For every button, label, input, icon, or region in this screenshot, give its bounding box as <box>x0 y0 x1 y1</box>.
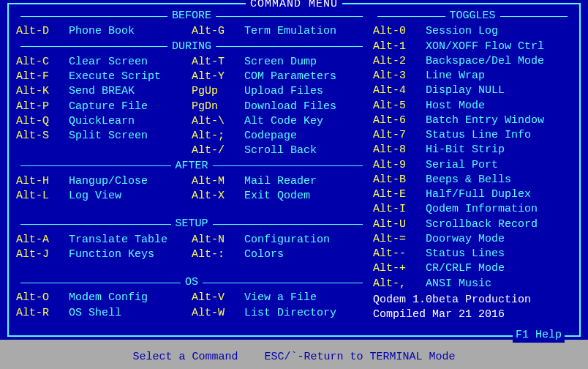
shortcut-key: Alt-G <box>192 24 244 39</box>
shortcut-key: Alt-7 <box>373 128 426 143</box>
shortcut-key: Alt-6 <box>373 113 426 128</box>
shortcut-key: Alt-Q <box>16 114 69 129</box>
menu-row[interactable]: Alt-SSplit ScreenAlt-;Codepage <box>16 129 367 144</box>
shortcut-desc: Hangup/Close <box>69 174 148 189</box>
menu-row[interactable]: Alt-BBeeps & Bells <box>373 173 572 187</box>
shortcut-key: Alt-U <box>373 217 426 232</box>
shortcut-desc: Status Line Info <box>426 128 531 143</box>
shortcut-key: Alt-W <box>192 306 244 321</box>
menu-row[interactable]: Alt-PCapture FilePgDnDownload Files <box>16 100 367 114</box>
shortcut-key: Alt-D <box>16 24 69 39</box>
shortcut-desc: Backspace/Del Mode <box>426 54 544 69</box>
shortcut-key: Alt-X <box>192 189 244 204</box>
shortcut-desc: QuickLearn <box>69 114 135 129</box>
menu-row[interactable]: Alt-EHalf/Full Duplex <box>373 187 572 202</box>
menu-row[interactable]: Alt-DPhone Book Alt-GTerm Emulation <box>16 24 367 39</box>
menu-row[interactable]: Alt-CClear ScreenAlt-TScreen Dump <box>16 55 367 70</box>
shortcut-key: Alt-/ <box>192 144 244 158</box>
shortcut-desc: Mail Reader <box>244 174 317 189</box>
menu-row[interactable]: Alt-QQuickLearnAlt-\Alt Code Key <box>16 114 367 129</box>
menu-row[interactable]: Alt-8Hi-Bit Strip <box>373 143 572 157</box>
menu-row[interactable]: Alt-FExecute ScriptAlt-YCOM Parameters <box>16 70 367 84</box>
shortcut-key: Alt-R <box>16 306 69 321</box>
shortcut-desc: Codepage <box>244 129 297 144</box>
shortcut-key: Alt-O <box>16 291 69 305</box>
shortcut-key: Alt-K <box>16 84 69 99</box>
shortcut-key: Alt-, <box>373 277 426 291</box>
menu-row[interactable]: Alt-OModem ConfigAlt-VView a File <box>16 291 367 305</box>
menu-row[interactable]: Alt-HHangup/CloseAlt-MMail Reader <box>16 174 367 189</box>
shortcut-key <box>16 144 69 158</box>
menu-row[interactable]: Alt-LLog ViewAlt-XExit Qodem <box>16 189 367 204</box>
menu-row[interactable]: Alt--Status Lines <box>373 247 572 261</box>
shortcut-key: Alt-A <box>16 233 69 247</box>
shortcut-key: Alt-V <box>192 291 244 305</box>
shortcut-desc: Scroll Back <box>244 144 317 158</box>
menu-row[interactable]: Alt-6Batch Entry Window <box>373 113 572 128</box>
shortcut-desc: Translate Table <box>69 233 167 247</box>
shortcut-key: Alt-5 <box>373 99 426 113</box>
shortcut-key: Alt-\ <box>192 114 244 129</box>
shortcut-key: Alt-+ <box>373 261 426 276</box>
shortcut-desc: Term Emulation <box>244 24 336 39</box>
shortcut-desc: Scrollback Record <box>426 217 538 232</box>
shortcut-desc: Doorway Mode <box>426 232 505 247</box>
shortcut-key: Alt-N <box>192 233 244 247</box>
menu-row[interactable]: Alt-,ANSI Music <box>373 277 572 291</box>
shortcut-desc: Colors <box>244 247 284 262</box>
shortcut-key: Alt-H <box>16 174 69 189</box>
shortcut-desc: Status Lines <box>426 247 505 261</box>
menu-row[interactable]: Alt-KSend BREAKPgUpUpload Files <box>16 84 367 99</box>
shortcut-desc: Split Screen <box>69 129 148 144</box>
menu-row[interactable]: Alt-0Session Log <box>373 24 572 39</box>
menu-row[interactable]: Alt-3Line Wrap <box>373 69 572 83</box>
menu-row[interactable]: Alt-IQodem Information <box>373 202 572 217</box>
shortcut-key: Alt-8 <box>373 143 426 157</box>
shortcut-desc: Host Mode <box>426 99 485 113</box>
shortcut-key: Alt-C <box>16 55 69 70</box>
shortcut-key: Alt-E <box>373 187 426 202</box>
menu-row[interactable]: Alt-UScrollback Record <box>373 217 572 232</box>
shortcut-key: Alt-T <box>192 55 244 70</box>
compiled-line: Compiled Mar 21 2016 <box>373 308 572 322</box>
status-bar: Select a Command ESC/`-Return to TERMINA… <box>0 340 588 369</box>
menu-row[interactable]: Alt-ROS ShellAlt-WList Directory <box>16 306 367 321</box>
shortcut-desc: CR/CRLF Mode <box>426 261 505 276</box>
shortcut-key: Alt-3 <box>373 69 426 83</box>
terminal-screen: COMMAND MENU BEFORE Alt-DPhone Book Alt-… <box>0 0 588 340</box>
menu-row[interactable]: Alt-+CR/CRLF Mode <box>373 261 572 276</box>
shortcut-key: Alt-F <box>16 70 69 84</box>
shortcut-desc: ANSI Music <box>426 277 491 291</box>
menu-row[interactable]: Alt-1XON/XOFF Flow Ctrl <box>373 40 572 54</box>
menu-row[interactable]: Alt-2Backspace/Del Mode <box>373 54 572 69</box>
shortcut-desc: Line Wrap <box>426 69 485 83</box>
shortcut-key: Alt-M <box>192 174 244 189</box>
command-menu-frame: COMMAND MENU BEFORE Alt-DPhone Book Alt-… <box>7 3 581 337</box>
menu-row[interactable]: Alt-4Display NULL <box>373 83 572 98</box>
shortcut-desc: Screen Dump <box>244 55 317 70</box>
section-os-header: OS <box>16 275 367 290</box>
menu-row[interactable]: Alt-7Status Line Info <box>373 128 572 143</box>
menu-row[interactable]: Alt-5Host Mode <box>373 99 572 113</box>
left-column: BEFORE Alt-DPhone Book Alt-GTerm Emulati… <box>16 9 367 332</box>
menu-row[interactable]: Alt-JFunction KeysAlt-:Colors <box>16 247 367 262</box>
shortcut-desc: Capture File <box>69 100 148 114</box>
shortcut-desc: Configuration <box>244 233 330 247</box>
menu-row[interactable]: Alt-9Serial Port <box>373 158 572 173</box>
right-column: TOGGLES Alt-0Session Log Alt-1XON/XOFF F… <box>367 9 572 332</box>
shortcut-desc: Hi-Bit Strip <box>426 143 505 157</box>
menu-row[interactable]: Alt-=Doorway Mode <box>373 232 572 247</box>
shortcut-desc: Alt Code Key <box>244 114 323 129</box>
shortcut-key: Alt-S <box>16 129 69 144</box>
shortcut-desc: Clear Screen <box>69 55 148 70</box>
menu-row[interactable]: Alt-ATranslate TableAlt-NConfiguration <box>16 233 367 247</box>
shortcut-desc: COM Parameters <box>244 70 336 84</box>
shortcut-key: Alt-P <box>16 100 69 114</box>
shortcut-desc: Display NULL <box>426 83 505 98</box>
menu-row[interactable]: Alt-/Scroll Back <box>16 144 367 158</box>
status-escape-hint: ESC/`-Return to TERMINAL Mode <box>264 350 455 365</box>
shortcut-key: Alt-L <box>16 189 69 204</box>
shortcut-desc: Session Log <box>426 24 498 39</box>
shortcut-desc: Function Keys <box>69 247 154 262</box>
section-during-header: DURING <box>16 40 367 54</box>
